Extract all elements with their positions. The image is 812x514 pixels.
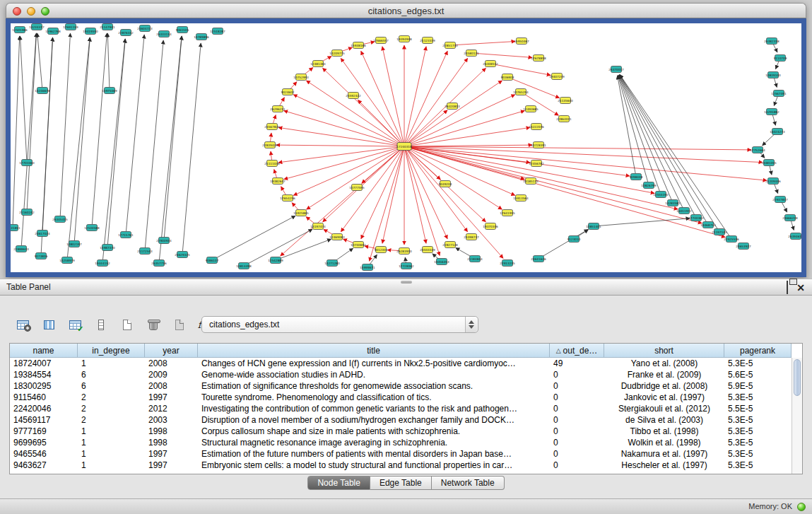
network-node[interactable]: 10802197 <box>66 241 82 247</box>
close-window-button[interactable] <box>13 7 21 16</box>
table-row[interactable]: 1872400712008Changes of HCN gene express… <box>10 358 802 369</box>
network-node[interactable]: 24580121 <box>464 50 479 57</box>
scrollbar-thumb[interactable] <box>794 359 801 396</box>
network-node[interactable]: 24653927 <box>736 243 751 250</box>
table-row[interactable]: 911546021997Tourette syndrome. Phenomeno… <box>10 392 802 403</box>
network-node[interactable]: 24592422 <box>346 93 361 99</box>
network-node[interactable]: 16011972 <box>676 208 692 214</box>
table-row[interactable]: 969969511998Structural magnetic resonanc… <box>10 437 802 448</box>
network-node[interactable]: 12530588 <box>84 225 100 231</box>
network-node[interactable]: 12493685 <box>523 106 539 112</box>
network-node[interactable]: 19407249 <box>549 74 565 80</box>
network-node[interactable]: 19370346 <box>483 223 498 230</box>
network-node[interactable]: 26370017 <box>608 66 624 73</box>
network-node[interactable]: 21111038 <box>264 160 280 167</box>
network-node[interactable]: 10851401 <box>586 223 601 230</box>
network-node[interactable]: 17240318 <box>396 143 412 151</box>
table-row[interactable]: 1938455462009Genome-wide association stu… <box>10 369 802 380</box>
network-node[interactable]: 19419550 <box>83 28 98 35</box>
network-node[interactable]: 24567820 <box>264 124 280 130</box>
network-node[interactable]: 24629325 <box>175 252 190 258</box>
network-node[interactable]: 19444152 <box>95 260 110 267</box>
network-node[interactable]: 26345415 <box>52 216 68 223</box>
network-node[interactable]: 9086107 <box>206 257 219 264</box>
network-node[interactable]: 12555190 <box>653 192 669 198</box>
network-node[interactable]: 10777595 <box>349 185 365 191</box>
network-node[interactable]: 24666228 <box>782 215 798 221</box>
network-node[interactable]: 9049204 <box>439 181 452 187</box>
column-header-year[interactable]: year <box>145 344 198 358</box>
network-node[interactable]: 15987370 <box>100 245 115 251</box>
column-header-name[interactable]: name <box>10 344 78 358</box>
table-row[interactable]: 1830029562008Estimation of significance … <box>10 380 802 392</box>
zoom-window-button[interactable] <box>41 7 49 16</box>
network-node[interactable]: 9061505 <box>176 27 189 33</box>
network-node[interactable]: 9123010 <box>567 236 581 243</box>
row-options-button[interactable] <box>91 315 111 334</box>
table-row[interactable]: 977716911998Corpus callosum shape and si… <box>10 426 802 437</box>
network-node[interactable]: 26320813 <box>445 103 460 110</box>
network-node[interactable]: 22900934 <box>156 238 172 244</box>
network-node[interactable]: 12469083 <box>329 234 345 240</box>
network-node[interactable]: 21135640 <box>558 98 573 104</box>
network-node[interactable]: 14197474 <box>310 223 326 230</box>
delete-column-button[interactable] <box>143 315 163 334</box>
table-row[interactable]: 946362711997Embryonic stem cells: a mode… <box>10 460 802 471</box>
network-node[interactable]: 17728062 <box>399 263 414 269</box>
network-graph[interactable]: 1724031810728391124567821418517315913564… <box>11 23 801 272</box>
network-node[interactable]: 12505986 <box>12 27 28 33</box>
network-node[interactable]: 17715761 <box>118 232 134 238</box>
network-node[interactable]: 14222076 <box>529 124 544 130</box>
network-node[interactable]: 17691159 <box>63 24 78 30</box>
network-node[interactable]: 21209446 <box>765 178 781 185</box>
network-node[interactable]: 19431851 <box>11 225 20 231</box>
network-node[interactable]: 26296211 <box>270 106 286 112</box>
network-node[interactable]: 17740363 <box>688 215 704 221</box>
network-node[interactable]: 10765294 <box>513 89 529 95</box>
network-node[interactable]: 21147941 <box>100 24 115 30</box>
tab-network-table[interactable]: Network Table <box>432 476 505 490</box>
network-node[interactable]: 17666557 <box>373 37 389 44</box>
network-node[interactable]: 21160242 <box>19 209 35 216</box>
table-row[interactable]: 1456911722003Disruption of a novel membe… <box>10 414 802 426</box>
network-node[interactable]: 22864031 <box>556 116 572 122</box>
network-node[interactable]: 17654256 <box>280 195 295 201</box>
select-all-button[interactable] <box>65 315 85 334</box>
network-node[interactable]: 24641626 <box>531 256 546 262</box>
network-node[interactable]: 15950467 <box>514 38 529 45</box>
network-node[interactable]: 19394948 <box>396 36 412 42</box>
network-node[interactable]: 17752664 <box>750 147 765 153</box>
network-node[interactable]: 26333114 <box>156 31 172 37</box>
window-titlebar[interactable]: citations_edges.txt <box>6 3 806 18</box>
network-node[interactable]: 9036903 <box>501 74 514 81</box>
network-node[interactable]: 14283581 <box>665 200 681 206</box>
network-node[interactable]: 15938166 <box>351 42 366 49</box>
network-node[interactable]: 17678858 <box>531 55 546 62</box>
import-table-button[interactable] <box>170 315 189 334</box>
network-node[interactable]: 12567491 <box>771 90 787 97</box>
column-header-pagerank[interactable]: pagerank <box>724 344 792 358</box>
network-node[interactable]: 24555519 <box>420 247 435 253</box>
network-node[interactable]: 14258979 <box>59 257 75 264</box>
float-panel-button[interactable] <box>787 281 788 294</box>
network-node[interactable]: 12481384 <box>310 61 326 67</box>
column-header-out_de[interactable]: △out_de… <box>550 344 604 358</box>
new-column-button[interactable] <box>117 315 137 334</box>
network-node[interactable]: 16024273 <box>770 129 785 135</box>
table-selector-dropdown[interactable]: citations_edges.txt <box>201 316 478 333</box>
network-node[interactable]: 9098408 <box>630 174 643 180</box>
network-node[interactable]: 26382318 <box>764 38 779 45</box>
column-header-title[interactable]: title <box>198 344 550 358</box>
network-node[interactable]: 12456782 <box>529 160 544 167</box>
network-node[interactable]: 22827128 <box>442 242 458 248</box>
network-node[interactable]: 9024602 <box>281 89 295 95</box>
column-header-in_degree[interactable]: in_degree <box>78 344 145 358</box>
network-node[interactable]: 14295882 <box>764 109 779 115</box>
network-node[interactable]: 9073806 <box>35 253 48 259</box>
network-node[interactable]: 15999671 <box>360 264 375 271</box>
network-canvas[interactable]: 1724031810728391124567821418517315913564… <box>11 23 801 272</box>
network-node[interactable]: 15975069 <box>102 88 117 94</box>
network-node[interactable]: 14246678 <box>35 88 50 94</box>
network-node[interactable]: 15962768 <box>45 28 61 35</box>
network-node[interactable]: 10826799 <box>641 182 657 189</box>
